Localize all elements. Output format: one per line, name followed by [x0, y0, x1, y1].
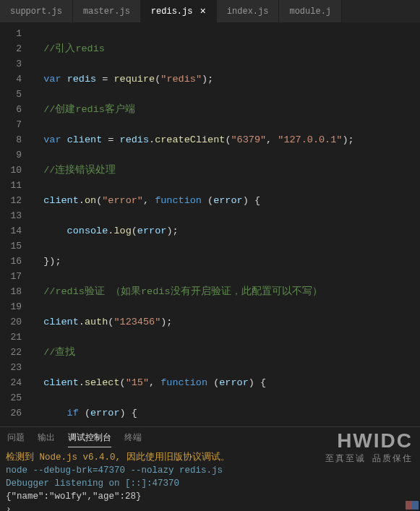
- code-token: function: [160, 377, 207, 388]
- code-token: if: [67, 408, 79, 418]
- line-number: 22: [0, 345, 22, 360]
- line-number: 19: [0, 299, 22, 314]
- tab-label: module.j: [289, 7, 331, 17]
- code-token: client: [43, 195, 79, 206]
- close-icon[interactable]: ×: [200, 7, 205, 17]
- line-number: 20: [0, 314, 22, 330]
- code-editor[interactable]: 1 2 3 4 5 6 7 8 9 10 11 12 13 14 15 16 1…: [0, 23, 420, 426]
- line-number: 4: [0, 72, 22, 87]
- code-token: select: [85, 377, 120, 388]
- code-token: client: [43, 377, 79, 388]
- line-number: 6: [0, 102, 22, 117]
- console-prompt-icon: ›: [6, 503, 414, 511]
- line-number: 17: [0, 269, 22, 284]
- line-number: 18: [0, 284, 22, 299]
- console-line: node --debug-brk=47370 --nolazy redis.js: [6, 464, 414, 477]
- tab-label: master.js: [83, 7, 130, 17]
- code-token: log: [113, 226, 131, 236]
- line-number: 8: [0, 132, 22, 147]
- code-token: "15": [126, 377, 149, 388]
- line-number: 5: [0, 87, 22, 102]
- code-token: "123456": [113, 317, 160, 327]
- tab-master[interactable]: master.js: [73, 0, 141, 22]
- line-number: 21: [0, 330, 22, 345]
- console-line: 检测到 Node.js v6.4.0, 因此使用旧版协议调试。: [6, 451, 414, 464]
- code-token: require: [113, 74, 155, 85]
- line-number: 14: [0, 223, 22, 239]
- panel-tab-terminal[interactable]: 终端: [124, 429, 142, 447]
- code-token: var: [43, 74, 61, 85]
- line-number: 9: [0, 147, 22, 163]
- code-comment: //连接错误处理: [43, 165, 116, 176]
- corner-badge: [406, 501, 419, 510]
- debug-console[interactable]: 检测到 Node.js v6.4.0, 因此使用旧版协议调试。 node --d…: [0, 448, 420, 511]
- line-number: 15: [0, 239, 22, 254]
- tab-index[interactable]: index.js: [217, 0, 280, 22]
- line-number: 3: [0, 56, 22, 72]
- line-number: 13: [0, 208, 22, 223]
- panel-tab-problems[interactable]: 问题: [7, 429, 25, 447]
- line-number: 16: [0, 254, 22, 269]
- line-number: 11: [0, 178, 22, 193]
- panel-tab-debug-console[interactable]: 调试控制台: [68, 429, 111, 447]
- console-line: Debugger listening on [::]:47370: [6, 477, 414, 490]
- tab-label: redis.js: [151, 7, 193, 17]
- tab-redis[interactable]: redis.js ×: [141, 0, 217, 22]
- tab-bar: support.js master.js redis.js × index.js…: [0, 0, 420, 23]
- line-number: 24: [0, 375, 22, 390]
- code-token: error: [219, 377, 249, 388]
- code-token: "127.0.0.1": [278, 134, 342, 145]
- panel-tab-bar: 问题 输出 调试控制台 终端: [0, 426, 420, 448]
- line-number: 25: [0, 390, 22, 405]
- code-token: redis: [120, 134, 150, 145]
- code-comment: //创建redis客户端: [43, 104, 135, 115]
- code-token: function: [155, 195, 202, 206]
- tab-support[interactable]: support.js: [0, 0, 73, 22]
- code-comment: //查找: [43, 347, 75, 358]
- code-token: client: [43, 317, 79, 327]
- code-token: var: [43, 134, 61, 145]
- line-number: 23: [0, 360, 22, 375]
- tab-label: support.js: [10, 7, 62, 17]
- code-token: console: [67, 226, 108, 236]
- code-token: createClient: [155, 134, 225, 145]
- code-token: auth: [85, 317, 108, 327]
- line-number: 26: [0, 405, 22, 421]
- code-token: on: [85, 195, 96, 206]
- line-gutter: 1 2 3 4 5 6 7 8 9 10 11 12 13 14 15 16 1…: [0, 23, 32, 426]
- code-token: "error": [102, 195, 143, 206]
- line-number: 1: [0, 26, 22, 41]
- line-number: 10: [0, 163, 22, 178]
- code-token: error: [90, 408, 120, 418]
- console-line: {"name":"wolfy","age":28}: [6, 490, 414, 503]
- code-token: "6379": [231, 134, 267, 145]
- line-number: 2: [0, 41, 22, 56]
- tab-label: index.js: [227, 7, 269, 17]
- panel-tab-output[interactable]: 输出: [38, 429, 55, 447]
- code-token: error: [213, 195, 243, 206]
- code-comment: //redis验证 （如果redis没有开启验证，此配置可以不写）: [43, 286, 322, 297]
- line-number: 12: [0, 193, 22, 208]
- line-number: 7: [0, 117, 22, 132]
- code-comment: //引入redis: [43, 43, 105, 54]
- tab-module[interactable]: module.j: [279, 0, 342, 22]
- code-token: client: [67, 134, 103, 145]
- code-token: redis: [67, 74, 97, 85]
- code-token: "redis": [160, 74, 202, 85]
- code-token: error: [137, 226, 167, 236]
- code-area[interactable]: //引入redis var redis = require("redis"); …: [32, 23, 420, 426]
